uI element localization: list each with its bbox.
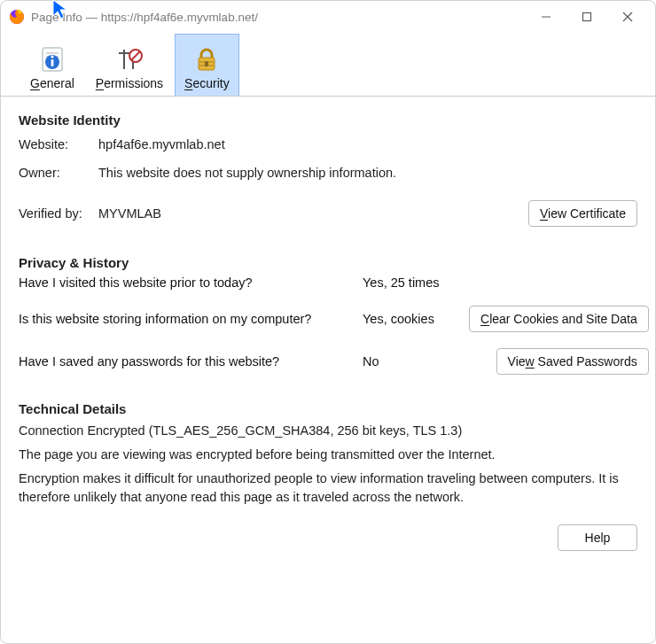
help-button[interactable]: Help bbox=[558, 524, 637, 551]
identity-website-row: Website: hpf4af6e.myvmlab.net bbox=[19, 133, 637, 156]
identity-verified-value: MYVMLAB bbox=[98, 206, 528, 221]
technical-line2: The page you are viewing was encrypted b… bbox=[19, 446, 637, 464]
technical-line1: Connection Encrypted (TLS_AES_256_GCM_SH… bbox=[19, 422, 637, 440]
view-passwords-button[interactable]: View Saved Passwords bbox=[496, 348, 649, 375]
q-passwords: Have I saved any passwords for this webs… bbox=[19, 354, 363, 369]
firefox-icon bbox=[8, 8, 26, 26]
q-storing: Is this website storing information on m… bbox=[19, 312, 363, 326]
identity-verified-row: Verified by: MYVMLAB View Certificate bbox=[19, 200, 637, 227]
tab-permissions[interactable]: Permissions bbox=[86, 34, 173, 96]
svg-rect-11 bbox=[51, 59, 54, 66]
identity-verified-label: Verified by: bbox=[19, 206, 98, 221]
svg-rect-3 bbox=[583, 13, 591, 21]
q-visited: Have I visited this website prior to tod… bbox=[19, 275, 363, 290]
page-info-window: Page Info — https://hpf4af6e.myvmlab.net… bbox=[0, 0, 656, 644]
identity-heading: Website Identity bbox=[19, 113, 637, 128]
tab-permissions-label: Permissions bbox=[96, 76, 163, 90]
privacy-grid: Have I visited this website prior to tod… bbox=[19, 275, 637, 375]
identity-owner-value: This website does not supply ownership i… bbox=[98, 166, 637, 180]
maximize-button[interactable] bbox=[566, 1, 607, 33]
identity-owner-row: Owner: This website does not supply owne… bbox=[19, 161, 637, 184]
tab-security-label: Security bbox=[184, 76, 230, 90]
minimize-button[interactable] bbox=[526, 1, 566, 33]
lock-icon bbox=[191, 44, 222, 74]
tab-security[interactable]: Security bbox=[175, 34, 239, 96]
svg-point-12 bbox=[51, 55, 53, 58]
window-title: Page Info — https://hpf4af6e.myvmlab.net… bbox=[31, 11, 258, 24]
close-button[interactable] bbox=[607, 1, 648, 33]
identity-website-label: Website: bbox=[19, 137, 98, 151]
permissions-icon bbox=[114, 44, 144, 74]
svg-rect-21 bbox=[205, 61, 208, 66]
technical-heading: Technical Details bbox=[19, 401, 637, 416]
privacy-heading: Privacy & History bbox=[19, 255, 637, 270]
a-passwords: No bbox=[363, 354, 469, 369]
content-pane: Website Identity Website: hpf4af6e.myvml… bbox=[1, 97, 655, 643]
clear-cookies-button[interactable]: Clear Cookies and Site Data bbox=[469, 306, 649, 332]
identity-website-value: hpf4af6e.myvmlab.net bbox=[98, 137, 637, 151]
view-certificate-button[interactable]: View Certificate bbox=[528, 200, 637, 227]
tab-general[interactable]: General bbox=[20, 34, 84, 96]
a-visited: Yes, 25 times bbox=[363, 275, 469, 290]
technical-line3: Encryption makes it difficult for unauth… bbox=[19, 469, 637, 507]
titlebar: Page Info — https://hpf4af6e.myvmlab.net… bbox=[1, 1, 655, 33]
toolbar: General Permissions bbox=[1, 33, 655, 97]
info-page-icon bbox=[37, 44, 67, 74]
identity-owner-label: Owner: bbox=[19, 166, 98, 180]
a-storing: Yes, cookies bbox=[363, 312, 469, 326]
tab-general-label: General bbox=[30, 76, 74, 90]
